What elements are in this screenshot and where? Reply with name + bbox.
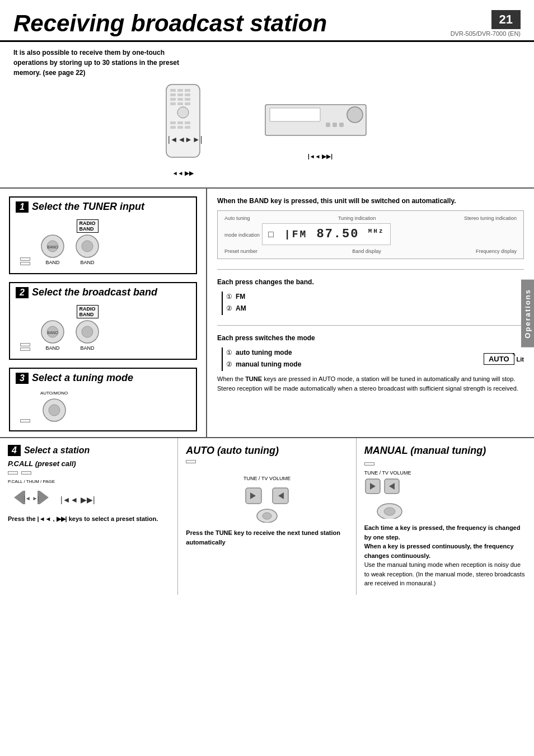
svg-rect-27: [339, 123, 344, 127]
svg-text:|◄◄: |◄◄: [60, 495, 78, 504]
manual-descriptions: Each time a key is pressed, the frequenc…: [364, 523, 526, 588]
device-diagram: [264, 100, 376, 153]
svg-point-37: [82, 326, 93, 337]
tuning-description: When the TUNE keys are pressed in AUTO m…: [217, 374, 524, 393]
svg-point-58: [384, 508, 395, 515]
auto-label: auto tuning mode: [236, 348, 292, 358]
step2-knob2: [75, 320, 100, 344]
svg-rect-25: [326, 123, 330, 127]
step2-controls: BAND BAND RADIOBAND BAND: [16, 303, 190, 353]
auto-box: AUTO ↖: [484, 353, 514, 365]
manual-label: manual tuning mode: [236, 359, 301, 370]
auto-number: ①: [226, 348, 232, 358]
step3-number: 3: [16, 373, 29, 384]
divider2: [217, 325, 524, 326]
tuning-explanation: Each press switches the mode ① auto tuni…: [217, 334, 524, 393]
svg-text:BAND: BAND: [47, 245, 58, 249]
manual-btn: [364, 462, 374, 466]
svg-rect-3: [185, 89, 190, 92]
display-screen: □ |FM 87.50 MHz: [262, 223, 390, 245]
dvr-model: DVR-505/DVR-7000 (EN): [451, 30, 521, 37]
header-right: 21 DVR-505/DVR-7000 (EN): [451, 10, 521, 37]
svg-rect-17: [170, 126, 176, 129]
divider1: [217, 269, 524, 270]
auto-lit-indicator: AUTO ↖ Lit: [484, 353, 524, 365]
svg-text:BAND: BAND: [47, 331, 58, 335]
svg-rect-4: [170, 93, 176, 96]
broadcast-explanation: Each press changes the band. ① FM ② AM: [217, 278, 524, 315]
bottom-section: 4 Select a station P.CALL (preset call) …: [0, 437, 534, 595]
svg-point-13: [177, 107, 189, 118]
pcall-description: Press the |◄◄ , ▶▶| keys to select a pre…: [8, 514, 170, 524]
svg-rect-18: [177, 126, 183, 129]
auto-tune-diagram: TUNE / TV VOLUME: [186, 476, 348, 523]
manual-desc-3: Use the manual tuning mode when receptio…: [364, 561, 525, 586]
auto-tune-buttons: [245, 483, 289, 523]
svg-text:►►|: ►►|: [185, 135, 202, 144]
band-am: ② AM: [226, 303, 246, 314]
svg-rect-8: [177, 98, 183, 101]
left-panel: 1 Select the TUNER input BAND BAND: [0, 189, 207, 437]
intro-text: It is also possible to receive them by o…: [0, 42, 213, 78]
display-labels-top: Auto tuning Tuning indication Stereo tun…: [224, 215, 517, 221]
step1-knob: BAND: [40, 234, 65, 259]
broadcast-title: Each press changes the band.: [217, 278, 524, 287]
auto-tuning-label: Auto tuning: [224, 215, 250, 221]
svg-rect-16: [185, 121, 190, 124]
svg-rect-5: [177, 93, 183, 96]
pcall-title: P.CALL (preset call): [8, 459, 170, 468]
step1-title: 1 Select the TUNER input: [16, 201, 190, 213]
main-content: 1 Select the TUNER input BAND BAND: [0, 187, 534, 437]
am-number: ②: [226, 303, 232, 314]
step1-box: 1 Select the TUNER input BAND BAND: [9, 196, 197, 274]
tuning-switch-title: Each press switches the mode: [217, 334, 524, 343]
auto-tuning-title: AUTO (auto tuning): [186, 445, 348, 457]
fm-label: FM: [236, 292, 245, 302]
step3-controls: AUTO/MONO: [16, 388, 190, 425]
right-panel: When the BAND key is pressed, this unit …: [207, 189, 534, 437]
band-bracket: ① FM ② AM: [222, 292, 246, 315]
svg-rect-19: [185, 126, 190, 129]
svg-rect-12: [185, 102, 190, 105]
step3-knob: [42, 398, 67, 422]
step2-band-label: BAND: [45, 345, 59, 351]
fm-number: ①: [226, 292, 232, 302]
step2-btn2: [20, 348, 30, 351]
auto-col: AUTO (auto tuning) TUNE / TV VOLUME: [178, 438, 356, 595]
step2-title: 2 Select the broadcast band: [16, 287, 190, 298]
step3-box: 3 Select a tuning mode AUTO/MONO: [9, 368, 197, 431]
step2-number: 2: [16, 287, 29, 298]
pcall-btn2: [21, 471, 31, 475]
svg-rect-14: [170, 121, 176, 124]
step2-box: 2 Select the broadcast band BAND BAND: [9, 282, 197, 360]
band-list: ① FM ② AM: [217, 292, 524, 315]
step1-btn1: [20, 257, 30, 261]
page-header: Receiving broadcast station 21 DVR-505/D…: [0, 0, 534, 42]
tune-tv-volume-label: TUNE / TV VOLUME: [243, 476, 291, 481]
manual-col: MANUAL (manual tuning) TUNE / TV VOLUME …: [357, 438, 534, 595]
step1-band-label2: BAND: [80, 260, 94, 265]
manual-tuning-title: MANUAL (manual tuning): [364, 445, 526, 457]
tuning-bracket: ① auto tuning mode ② manual tuning mode: [222, 348, 301, 371]
svg-text:|◄◄: |◄◄: [168, 135, 185, 144]
page-number: 21: [491, 10, 521, 29]
svg-rect-23: [270, 108, 320, 121]
svg-text:▶▶|: ▶▶|: [81, 495, 95, 504]
mode-indication-label: mode indication: [224, 232, 260, 238]
remote-arrow-label: ◄◄ ▶▶: [172, 170, 194, 176]
lit-label: Lit: [517, 356, 524, 363]
svg-marker-42: [40, 491, 49, 504]
step1-number: 1: [16, 201, 29, 213]
svg-rect-9: [185, 98, 190, 101]
svg-point-52: [263, 513, 271, 519]
step3-automono-label: AUTO/MONO: [40, 391, 68, 396]
svg-text:|◄ ►|: |◄ ►|: [24, 495, 39, 501]
operations-tab: Operations: [521, 280, 534, 348]
preset-number-label: Preset number: [224, 248, 257, 254]
step2-btn1: [20, 343, 30, 346]
manual-tune-buttons: [364, 477, 415, 519]
band-title: When the BAND key is pressed, this unit …: [217, 196, 524, 206]
svg-rect-6: [185, 93, 190, 96]
remote-control-diagram: |◄◄ ►►|: [158, 83, 208, 170]
svg-rect-10: [170, 102, 176, 105]
